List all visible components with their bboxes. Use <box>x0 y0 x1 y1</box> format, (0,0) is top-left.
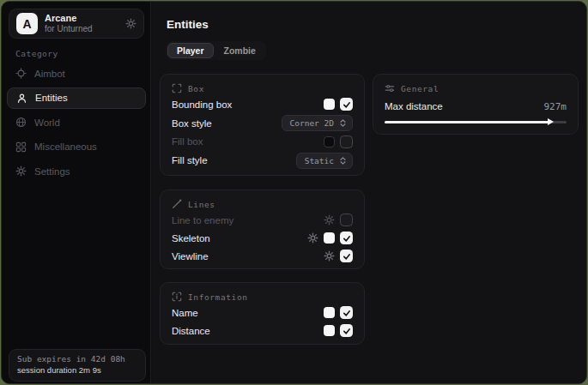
checkbox-checked[interactable] <box>340 98 353 111</box>
brand-subtitle: for Unturned <box>45 24 118 34</box>
sidebar-item-label: World <box>34 117 60 128</box>
row-label: Line to enemy <box>172 215 233 226</box>
row-fill-box: Fill box <box>172 133 353 151</box>
row-line-to-enemy: Line to enemy <box>172 211 353 229</box>
sidebar-item-label: Aimbot <box>34 69 65 79</box>
box-section: Box Bounding box Box style Corner 2D <box>160 74 365 176</box>
sidebar-nav: Aimbot Entities World Miscellaneous Sett… <box>7 63 146 185</box>
sidebar-item-label: Miscellaneous <box>34 141 97 152</box>
main-content: Entities Player Zombie Box Bounding box <box>152 2 586 383</box>
checkbox-unchecked[interactable] <box>340 214 353 226</box>
checkbox-checked[interactable] <box>340 306 353 319</box>
fill-style-dropdown[interactable]: Static <box>296 153 353 169</box>
dropdown-value: Static <box>305 156 334 165</box>
row-label: Max distance <box>385 101 443 111</box>
row-label: Box style <box>172 118 212 129</box>
row-box-style: Box style Corner 2D <box>172 114 353 132</box>
subscription-card: Sub expires in 42d 08h session duration … <box>9 349 146 382</box>
info-scan-icon <box>172 292 182 302</box>
gear-icon[interactable] <box>307 232 318 244</box>
row-label: Fill box <box>172 136 203 147</box>
session-duration-text: session duration 2m 9s <box>17 365 137 376</box>
row-max-distance: Max distance 927m <box>385 97 567 116</box>
chevrons-up-down-icon <box>339 156 347 165</box>
row-label: Fill style <box>172 155 208 165</box>
max-distance-value: 927m <box>544 101 567 112</box>
page-title: Entities <box>167 18 209 31</box>
row-distance: Distance <box>172 322 353 340</box>
sidebar-item-miscellaneous[interactable]: Miscellaneous <box>7 136 146 158</box>
row-viewline: Viewline <box>172 247 353 265</box>
row-fill-style: Fill style Static <box>172 152 353 170</box>
section-title: General <box>401 84 439 93</box>
sidebar-item-entities[interactable]: Entities <box>7 87 146 109</box>
row-label: Viewline <box>172 251 209 262</box>
row-label: Name <box>172 308 198 318</box>
slider-thumb[interactable] <box>548 118 554 125</box>
box-style-dropdown[interactable]: Corner 2D <box>282 115 353 131</box>
sliders-icon <box>385 83 395 93</box>
gear-icon <box>15 165 27 177</box>
crosshair-icon <box>15 68 27 79</box>
general-section: General Max distance 927m <box>373 74 579 135</box>
gear-icon[interactable] <box>324 214 335 226</box>
row-label: Distance <box>172 326 210 336</box>
color-swatch[interactable] <box>324 99 335 110</box>
tab-zombie[interactable]: Zombie <box>215 43 264 58</box>
section-title: Information <box>188 292 248 302</box>
dropdown-value: Corner 2D <box>290 118 334 128</box>
box-brackets-icon <box>172 83 182 93</box>
checkbox-checked[interactable] <box>340 232 353 244</box>
tab-player[interactable]: Player <box>167 43 214 58</box>
grid-icon <box>15 141 27 153</box>
diagonal-line-icon <box>172 199 182 209</box>
checkbox-unchecked[interactable] <box>340 135 353 148</box>
sidebar: A Arcane for Unturned Category Aimbot En… <box>2 2 151 383</box>
globe-icon <box>15 117 27 128</box>
row-skeleton: Skeleton <box>172 229 353 247</box>
sidebar-item-label: Settings <box>34 166 70 177</box>
color-swatch[interactable] <box>324 307 335 318</box>
sidebar-item-world[interactable]: World <box>7 111 146 133</box>
category-label: Category <box>15 49 58 58</box>
app-window: A Arcane for Unturned Category Aimbot En… <box>1 1 587 384</box>
color-swatch[interactable] <box>324 325 335 336</box>
checkbox-checked[interactable] <box>340 324 353 337</box>
row-bounding-box: Bounding box <box>172 95 353 113</box>
color-swatch[interactable] <box>324 136 335 147</box>
slider-fill <box>385 121 551 123</box>
row-label: Bounding box <box>172 99 232 110</box>
row-name: Name <box>172 304 353 322</box>
brand-settings-icon[interactable] <box>125 18 136 29</box>
section-title: Box <box>188 84 204 93</box>
sub-expiry-text: Sub expires in 42d 08h <box>17 354 137 365</box>
information-section: Information Name Distance <box>160 282 365 345</box>
max-distance-slider[interactable] <box>385 117 567 127</box>
brand-logo: A <box>16 13 38 34</box>
row-label: Skeleton <box>172 233 210 244</box>
brand-name: Arcane <box>45 13 118 24</box>
chevrons-up-down-icon <box>339 118 347 128</box>
sidebar-item-settings[interactable]: Settings <box>7 160 146 182</box>
section-title: Lines <box>188 200 215 209</box>
checkbox-checked[interactable] <box>340 250 353 262</box>
gear-icon[interactable] <box>324 250 335 262</box>
sidebar-item-label: Entities <box>35 93 68 103</box>
sidebar-item-aimbot[interactable]: Aimbot <box>7 63 146 84</box>
color-swatch[interactable] <box>324 232 335 244</box>
entity-tabs: Player Zombie <box>166 41 266 60</box>
brand-card: A Arcane for Unturned <box>9 9 144 39</box>
lines-section: Lines Line to enemy Skeleton <box>160 189 365 269</box>
entities-icon <box>16 93 27 104</box>
